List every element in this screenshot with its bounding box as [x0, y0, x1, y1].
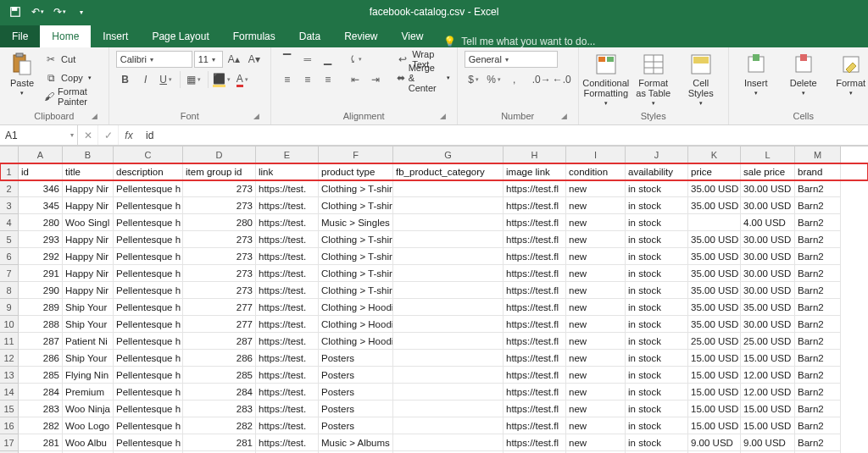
cell[interactable]: 25.00 USD: [741, 333, 795, 350]
cell[interactable]: https://test.fl: [504, 434, 566, 451]
percent-format-icon[interactable]: %: [485, 71, 504, 88]
cell[interactable]: 35.00 USD: [688, 248, 741, 265]
cell[interactable]: id: [19, 163, 63, 180]
cell[interactable]: Clothing > Hoodies: [319, 333, 393, 350]
cell[interactable]: Happy Nir: [63, 197, 114, 214]
increase-font-icon[interactable]: A▴: [225, 51, 243, 68]
cell[interactable]: 35.00 USD: [688, 231, 741, 248]
cell[interactable]: Ship Your: [63, 299, 114, 316]
cell[interactable]: Pellentesque h: [114, 299, 183, 316]
cell[interactable]: https://test.fl: [504, 214, 566, 231]
cell[interactable]: https://test.: [256, 316, 319, 333]
cell[interactable]: in stock: [626, 197, 688, 214]
cell[interactable]: 30.00 USD: [741, 316, 795, 333]
cell[interactable]: [393, 316, 504, 333]
cell[interactable]: Barn2: [795, 299, 841, 316]
cell[interactable]: [393, 282, 504, 299]
column-header[interactable]: D: [183, 146, 256, 163]
cell[interactable]: Barn2: [795, 367, 841, 384]
cell[interactable]: new: [566, 299, 626, 316]
cell[interactable]: https://test.fl: [504, 231, 566, 248]
tab-page-layout[interactable]: Page Layout: [140, 25, 220, 47]
cell[interactable]: 284: [183, 384, 256, 401]
decrease-decimal-icon[interactable]: ←.0: [553, 71, 571, 88]
fx-icon[interactable]: fx: [119, 130, 139, 141]
cell[interactable]: Happy Nir: [63, 248, 114, 265]
tab-formulas[interactable]: Formulas: [221, 25, 287, 47]
cell[interactable]: new: [566, 417, 626, 434]
cell[interactable]: title: [63, 163, 114, 180]
cell[interactable]: Barn2: [795, 350, 841, 367]
increase-decimal-icon[interactable]: .0→: [532, 71, 551, 88]
font-color-button[interactable]: A: [233, 71, 252, 88]
cell[interactable]: in stock: [626, 282, 688, 299]
column-header[interactable]: F: [319, 146, 393, 163]
cell[interactable]: 280: [183, 214, 256, 231]
cell[interactable]: Happy Nir: [63, 282, 114, 299]
cell[interactable]: 30.00 USD: [741, 248, 795, 265]
cell[interactable]: new: [566, 248, 626, 265]
cell[interactable]: 4.00 USD: [741, 214, 795, 231]
cell[interactable]: 290: [19, 282, 63, 299]
cell[interactable]: Music > Singles: [319, 214, 393, 231]
font-size-combo[interactable]: 11▾: [194, 51, 223, 68]
number-launcher-icon[interactable]: ◢: [559, 111, 570, 121]
cell[interactable]: https://test.: [256, 401, 319, 417]
column-header[interactable]: A: [19, 146, 63, 163]
cell[interactable]: Pellentesque h: [114, 316, 183, 333]
cancel-formula-icon[interactable]: ✕: [78, 125, 98, 145]
cell[interactable]: Happy Nir: [63, 231, 114, 248]
tab-data[interactable]: Data: [287, 25, 332, 47]
enter-formula-icon[interactable]: ✓: [98, 125, 119, 145]
paste-button[interactable]: Paste ▾: [7, 51, 37, 98]
cell[interactable]: in stock: [626, 434, 688, 451]
cell[interactable]: Premium: [63, 384, 114, 401]
row-header[interactable]: 11: [0, 333, 19, 350]
cell[interactable]: in stock: [626, 401, 688, 417]
cell[interactable]: 287: [19, 333, 63, 350]
cell[interactable]: 287: [183, 333, 256, 350]
cell[interactable]: https://test.: [256, 434, 319, 451]
cell[interactable]: Woo Singl: [63, 214, 114, 231]
cell[interactable]: https://test.fl: [504, 401, 566, 417]
cell[interactable]: Pellentesque h: [114, 265, 183, 282]
cell[interactable]: 9.00 USD: [741, 434, 795, 451]
cell[interactable]: new: [566, 214, 626, 231]
cell[interactable]: in stock: [626, 231, 688, 248]
cell[interactable]: [393, 434, 504, 451]
row-header[interactable]: 3: [0, 197, 19, 214]
cell[interactable]: 280: [19, 214, 63, 231]
cell[interactable]: https://test.fl: [504, 180, 566, 197]
row-header[interactable]: 13: [0, 367, 19, 384]
cell[interactable]: in stock: [626, 417, 688, 434]
column-header[interactable]: L: [741, 146, 795, 163]
cell[interactable]: image link: [504, 163, 566, 180]
cell[interactable]: https://test.: [256, 384, 319, 401]
cell[interactable]: 15.00 USD: [688, 350, 741, 367]
cell[interactable]: Ship Your: [63, 350, 114, 367]
cell[interactable]: 30.00 USD: [741, 265, 795, 282]
cut-button[interactable]: ✂Cut: [44, 51, 102, 68]
tab-view[interactable]: View: [390, 25, 436, 47]
cell[interactable]: https://test.: [256, 248, 319, 265]
row-header[interactable]: 10: [0, 316, 19, 333]
cell[interactable]: 282: [19, 417, 63, 434]
cell[interactable]: Barn2: [795, 231, 841, 248]
cell[interactable]: Barn2: [795, 248, 841, 265]
alignment-launcher-icon[interactable]: ◢: [438, 111, 448, 121]
row-header[interactable]: 8: [0, 282, 19, 299]
cell[interactable]: Pellentesque h: [114, 180, 183, 197]
cell[interactable]: Ship Your: [63, 316, 114, 333]
cell[interactable]: Barn2: [795, 316, 841, 333]
cell[interactable]: Clothing > T-shirts: [319, 197, 393, 214]
cell[interactable]: link: [256, 163, 319, 180]
cell[interactable]: 15.00 USD: [741, 401, 795, 417]
cell[interactable]: https://test.: [256, 333, 319, 350]
cell[interactable]: 286: [19, 350, 63, 367]
bold-button[interactable]: B: [116, 71, 135, 88]
cell[interactable]: https://test.: [256, 265, 319, 282]
cell[interactable]: [393, 265, 504, 282]
cell[interactable]: 15.00 USD: [688, 367, 741, 384]
cell[interactable]: 15.00 USD: [741, 417, 795, 434]
cell[interactable]: 12.00 USD: [741, 367, 795, 384]
